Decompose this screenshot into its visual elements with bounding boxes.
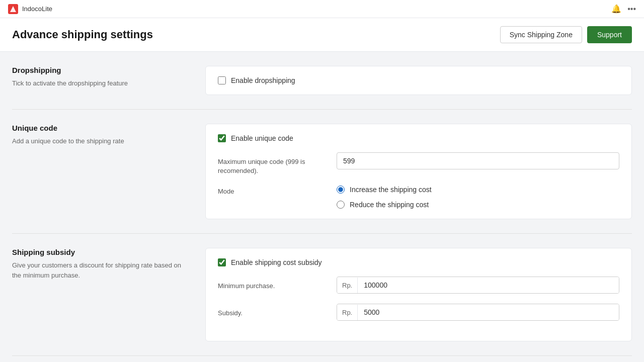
subsidy-input-wrapper: Rp. xyxy=(337,304,619,321)
unique-code-checkbox-label: Enable unique code xyxy=(231,134,293,142)
shipping-subsidy-description: Give your customers a discount for shipp… xyxy=(12,260,181,280)
titlebar-left: IndocoLite xyxy=(8,4,52,14)
unique-code-section: Unique code Add a unique code to the shi… xyxy=(12,110,632,234)
min-purchase-label: Minimum purchase. xyxy=(218,277,329,291)
min-purchase-input-wrapper: Rp. xyxy=(337,277,619,294)
shipping-subsidy-checkbox[interactable] xyxy=(218,258,226,266)
unique-code-checkbox-row: Enable unique code xyxy=(218,134,619,142)
unique-code-checkbox[interactable] xyxy=(218,134,226,142)
mode-label: Mode xyxy=(218,186,329,195)
radio-reduce-input[interactable] xyxy=(337,201,345,209)
page-title: Advance shipping settings xyxy=(12,28,153,41)
dropshipping-description: Tick to activate the dropshipping featur… xyxy=(12,78,181,88)
shipping-subsidy-checkbox-label: Enable shipping cost subsidy xyxy=(231,258,322,266)
unique-code-description: Add a unique code to the shipping rate xyxy=(12,136,181,146)
unique-code-max-label: Maximum unique code (999 is recomended). xyxy=(218,152,329,175)
radio-increase-input[interactable] xyxy=(337,186,345,194)
mode-row: Mode Increase the shipping cost Reduce t… xyxy=(218,186,619,209)
min-purchase-prefix: Rp. xyxy=(337,278,358,293)
dropshipping-section: Dropshipping Tick to activate the dropsh… xyxy=(12,52,632,110)
shipping-subsidy-left: Shipping subsidy Give your customers a d… xyxy=(12,248,193,341)
shipping-subsidy-section: Shipping subsidy Give your customers a d… xyxy=(12,234,632,356)
subsidy-prefix: Rp. xyxy=(337,305,358,320)
dropshipping-checkbox-row: Enable dropshipping xyxy=(218,76,619,84)
app-logo-icon xyxy=(8,4,18,14)
subsidy-input[interactable] xyxy=(358,304,619,320)
dropshipping-left: Dropshipping Tick to activate the dropsh… xyxy=(12,66,193,95)
unique-code-max-input[interactable] xyxy=(337,152,619,169)
dropshipping-right: Enable dropshipping xyxy=(205,66,632,95)
subsidy-label: Subsidy. xyxy=(218,304,329,318)
dropshipping-checkbox-label: Enable dropshipping xyxy=(231,76,295,84)
titlebar-right: 🔔 ••• xyxy=(611,4,636,14)
support-button[interactable]: Support xyxy=(587,26,632,43)
sync-shipping-zone-button[interactable]: Sync Shipping Zone xyxy=(500,26,582,43)
radio-reduce-row: Reduce the shipping cost xyxy=(337,201,432,209)
shipping-subsidy-title: Shipping subsidy xyxy=(12,248,181,256)
shipping-subsidy-checkbox-row: Enable shipping cost subsidy xyxy=(218,258,619,266)
radio-group: Increase the shipping cost Reduce the sh… xyxy=(337,186,432,209)
shipping-subsidy-right: Enable shipping cost subsidy Minimum pur… xyxy=(205,248,632,341)
dropshipping-title: Dropshipping xyxy=(12,66,181,74)
radio-increase-row: Increase the shipping cost xyxy=(337,186,432,194)
unique-code-left: Unique code Add a unique code to the shi… xyxy=(12,124,193,219)
header-actions: Sync Shipping Zone Support xyxy=(500,26,632,43)
radio-reduce-label: Reduce the shipping cost xyxy=(350,201,429,209)
bell-icon[interactable]: 🔔 xyxy=(611,4,621,14)
content: Dropshipping Tick to activate the dropsh… xyxy=(0,52,644,356)
titlebar: IndocoLite 🔔 ••• xyxy=(0,0,644,18)
page-header: Advance shipping settings Sync Shipping … xyxy=(0,18,644,52)
min-purchase-row: Minimum purchase. Rp. xyxy=(218,277,619,294)
subsidy-row: Subsidy. Rp. xyxy=(218,304,619,321)
unique-code-right: Enable unique code Maximum unique code (… xyxy=(205,124,632,219)
dropshipping-checkbox[interactable] xyxy=(218,76,226,84)
app-name: IndocoLite xyxy=(22,5,52,13)
radio-increase-label: Increase the shipping cost xyxy=(350,186,432,194)
more-icon[interactable]: ••• xyxy=(627,5,636,14)
unique-code-title: Unique code xyxy=(12,124,181,132)
min-purchase-input[interactable] xyxy=(358,277,619,293)
unique-code-max-row: Maximum unique code (999 is recomended). xyxy=(218,152,619,175)
